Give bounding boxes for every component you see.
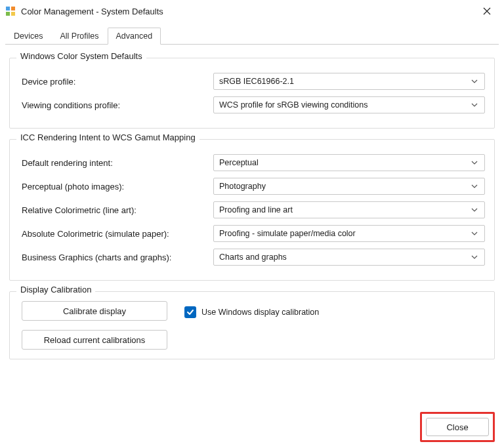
fieldset-display-calibration: Display Calibration Calibrate display Re…	[9, 291, 495, 359]
checkbox-checked-icon	[184, 306, 196, 318]
abs-colorimetric-label: Absolute Colorimetric (simulate paper):	[22, 229, 213, 239]
default-intent-label: Default rendering intent:	[22, 158, 213, 168]
chevron-down-icon	[470, 205, 479, 214]
dialog-footer: Close	[0, 408, 504, 446]
window-icon	[5, 6, 16, 16]
viewing-conditions-value: WCS profile for sRGB viewing conditions	[219, 100, 470, 110]
viewing-conditions-label: Viewing conditions profile:	[22, 100, 213, 110]
reload-calibrations-button[interactable]: Reload current calibrations	[22, 330, 167, 350]
legend-wcs: Windows Color System Defaults	[16, 51, 146, 61]
close-button-highlight: Close	[420, 412, 495, 442]
default-intent-value: Perceptual	[219, 158, 470, 167]
business-graphics-value: Charts and graphs	[219, 253, 470, 262]
rel-colorimetric-value: Proofing and line art	[219, 205, 470, 214]
close-icon[interactable]	[474, 1, 500, 21]
tab-bar: Devices All Profiles Advanced	[5, 26, 499, 45]
svg-rect-3	[11, 12, 15, 16]
rel-colorimetric-label: Relative Colorimetric (line art):	[22, 205, 213, 215]
chevron-down-icon	[470, 158, 479, 167]
business-graphics-label: Business Graphics (charts and graphs):	[22, 253, 213, 262]
tab-content-advanced: Windows Color System Defaults Device pro…	[0, 45, 504, 408]
perceptual-value: Photography	[219, 182, 470, 191]
fieldset-wcs-defaults: Windows Color System Defaults Device pro…	[9, 58, 495, 129]
business-graphics-select[interactable]: Charts and graphs	[213, 249, 485, 266]
device-profile-label: Device profile:	[22, 77, 213, 87]
tab-all-profiles[interactable]: All Profiles	[51, 28, 107, 45]
svg-rect-1	[11, 7, 15, 10]
rel-colorimetric-select[interactable]: Proofing and line art	[213, 201, 485, 218]
device-profile-value: sRGB IEC61966-2.1	[219, 77, 470, 86]
calibrate-display-button[interactable]: Calibrate display	[22, 301, 167, 321]
chevron-down-icon	[470, 253, 479, 262]
use-windows-calibration-checkbox[interactable]: Use Windows display calibration	[184, 302, 319, 322]
svg-rect-2	[6, 12, 10, 16]
use-windows-calibration-label: Use Windows display calibration	[201, 308, 319, 317]
titlebar: Color Management - System Defaults	[0, 0, 504, 22]
chevron-down-icon	[470, 229, 479, 238]
perceptual-select[interactable]: Photography	[213, 178, 485, 195]
legend-calibration: Display Calibration	[16, 285, 95, 294]
viewing-conditions-select[interactable]: WCS profile for sRGB viewing conditions	[213, 96, 485, 113]
chevron-down-icon	[470, 182, 479, 191]
abs-colorimetric-value: Proofing - simulate paper/media color	[219, 229, 470, 238]
fieldset-icc-mapping: ICC Rendering Intent to WCS Gamut Mappin…	[9, 139, 495, 281]
color-management-window: Color Management - System Defaults Devic…	[0, 0, 504, 446]
window-title: Color Management - System Defaults	[21, 7, 474, 16]
svg-rect-0	[6, 7, 10, 10]
abs-colorimetric-select[interactable]: Proofing - simulate paper/media color	[213, 225, 485, 242]
perceptual-label: Perceptual (photo images):	[22, 182, 213, 192]
default-intent-select[interactable]: Perceptual	[213, 154, 485, 171]
chevron-down-icon	[470, 100, 479, 110]
tab-devices[interactable]: Devices	[5, 28, 51, 45]
legend-icc: ICC Rendering Intent to WCS Gamut Mappin…	[16, 132, 200, 142]
chevron-down-icon	[470, 77, 479, 86]
tab-advanced[interactable]: Advanced	[108, 28, 161, 45]
device-profile-select[interactable]: sRGB IEC61966-2.1	[213, 73, 485, 90]
close-button[interactable]: Close	[426, 418, 489, 436]
